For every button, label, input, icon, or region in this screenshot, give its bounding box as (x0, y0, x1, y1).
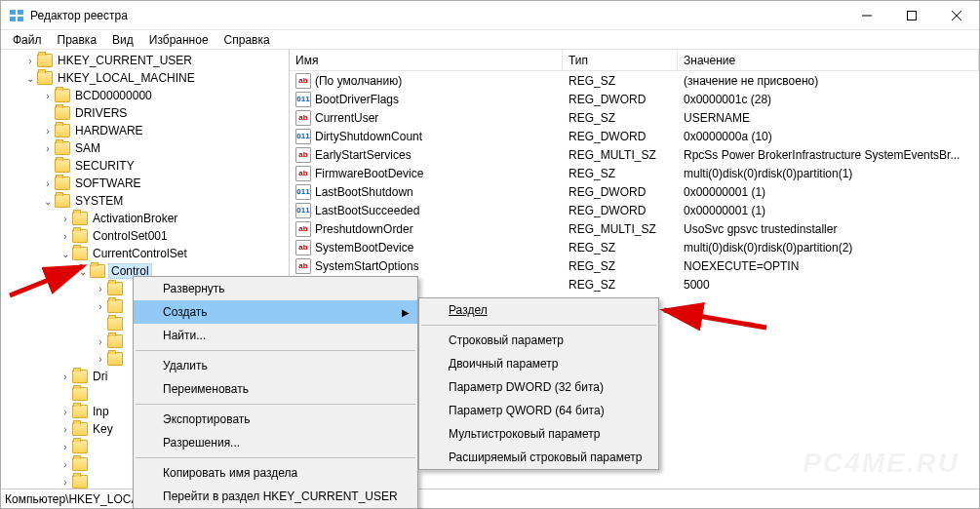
menu-item[interactable]: Раздел (419, 298, 658, 322)
value-row[interactable]: 011BootDriverFlagsREG_DWORD0x0000001c (2… (290, 90, 979, 108)
tree-item[interactable]: ›ActivationBroker (1, 210, 289, 227)
close-button[interactable] (934, 1, 979, 29)
expand-icon[interactable]: › (24, 56, 36, 66)
expand-icon[interactable]: › (59, 407, 71, 417)
menubar: Файл Правка Вид Избранное Справка (1, 30, 979, 50)
expand-icon[interactable]: ⌄ (59, 249, 71, 259)
value-type: REG_SZ (563, 241, 678, 254)
menu-item[interactable]: Экспортировать (134, 408, 417, 431)
expand-icon[interactable]: ⌄ (24, 73, 36, 84)
expand-icon[interactable]: ⌄ (77, 266, 89, 277)
tree-item[interactable]: ›HKEY_CURRENT_USER (1, 52, 289, 69)
value-row[interactable]: abEarlyStartServicesREG_MULTI_SZRpcSs Po… (290, 145, 979, 164)
svg-rect-1 (18, 10, 23, 15)
value-type: REG_SZ (563, 259, 678, 273)
col-type[interactable]: Тип (563, 50, 678, 70)
expand-icon[interactable]: › (59, 424, 71, 435)
expand-icon[interactable]: › (59, 214, 71, 224)
tree-item[interactable]: ⌄SYSTEM (1, 192, 289, 210)
tree-item[interactable]: SECURITY (1, 157, 289, 175)
expand-icon[interactable]: › (95, 336, 106, 347)
string-value-icon: ab (295, 73, 311, 89)
menu-item-label: Параметр DWORD (32 бита) (449, 380, 604, 394)
svg-rect-0 (10, 10, 16, 15)
titlebar: Редактор реестра (1, 1, 979, 30)
expand-icon[interactable]: › (42, 91, 54, 101)
expand-icon[interactable]: › (59, 372, 71, 382)
minimize-button[interactable] (844, 1, 889, 29)
expand-icon[interactable]: › (42, 126, 54, 137)
menu-favorites[interactable]: Избранное (141, 31, 216, 49)
tree-item-label: HKEY_LOCAL_MACHINE (56, 71, 197, 85)
tree-item[interactable]: ⌄CurrentControlSet (1, 245, 289, 262)
tree-item[interactable]: ⌄HKEY_LOCAL_MACHINE (1, 69, 289, 87)
folder-icon (37, 71, 53, 85)
menu-edit[interactable]: Правка (50, 31, 105, 49)
tree-item[interactable]: ›SOFTWARE (1, 175, 289, 192)
menu-item[interactable]: Создать▶ (134, 300, 417, 324)
menu-item-label: Переименовать (163, 382, 249, 396)
value-row[interactable]: 011LastBootShutdownREG_DWORD0x00000001 (… (290, 182, 979, 201)
value-row[interactable]: abCurrentUserREG_SZUSERNAME (290, 108, 979, 127)
value-type: REG_SZ (563, 111, 678, 125)
window-buttons (844, 1, 979, 29)
menu-view[interactable]: Вид (104, 31, 141, 49)
expand-icon[interactable]: › (42, 143, 54, 154)
menu-item[interactable]: Найти... (134, 324, 417, 347)
tree-item[interactable]: DRIVERS (1, 104, 289, 122)
folder-icon (90, 264, 105, 278)
tree-item[interactable]: ›BCD00000000 (1, 87, 289, 104)
expand-icon[interactable]: ⌄ (42, 196, 54, 207)
value-data: 0x00000001 (1) (678, 204, 979, 217)
menu-item-label: Экспортировать (163, 412, 251, 426)
svg-rect-2 (10, 17, 16, 21)
menu-file[interactable]: Файл (5, 31, 50, 49)
regedit-window: Редактор реестра Файл Правка Вид Избранн… (0, 0, 980, 509)
menu-item[interactable]: Параметр QWORD (64 бита) (419, 399, 658, 422)
menu-item-label: Раздел (449, 303, 488, 317)
menu-item[interactable]: Строковый параметр (419, 329, 658, 352)
menu-item-label: Параметр QWORD (64 бита) (449, 404, 605, 417)
menu-item[interactable]: Разрешения... (134, 431, 417, 454)
value-type: REG_MULTI_SZ (563, 222, 678, 236)
value-row[interactable]: ab(По умолчанию)REG_SZ(значение не присв… (290, 71, 979, 90)
expand-icon[interactable]: › (59, 477, 71, 488)
menu-item[interactable]: Мультистроковый параметр (419, 422, 658, 446)
menu-item[interactable]: Параметр DWORD (32 бита) (419, 375, 658, 399)
value-row[interactable]: 011DirtyShutdownCountREG_DWORD0x0000000a… (290, 127, 979, 145)
menu-item[interactable]: Расширяемый строковый параметр (419, 446, 658, 469)
menu-item[interactable]: Копировать имя раздела (134, 461, 417, 485)
menu-help[interactable]: Справка (216, 31, 278, 49)
expand-icon[interactable]: › (95, 284, 106, 294)
expand-icon[interactable]: › (95, 301, 106, 312)
expand-icon[interactable]: › (59, 442, 71, 452)
value-row[interactable]: abFirmwareBootDeviceREG_SZmulti(0)disk(0… (290, 164, 979, 182)
maximize-button[interactable] (889, 1, 934, 29)
value-data: 0x0000001c (28) (678, 93, 979, 106)
tree-item[interactable]: ›SAM (1, 139, 289, 157)
menu-item-label: Развернуть (163, 282, 225, 295)
string-value-icon: ab (295, 258, 311, 274)
value-row[interactable]: 011LastBootSucceededREG_DWORD0x00000001 … (290, 201, 979, 219)
menu-item[interactable]: Переименовать (134, 377, 417, 401)
menu-item-label: Создать (163, 305, 208, 319)
col-name[interactable]: Имя (290, 50, 563, 70)
expand-icon[interactable]: › (95, 354, 106, 365)
menu-item[interactable]: Удалить (134, 354, 417, 377)
folder-icon (107, 317, 123, 331)
folder-icon (72, 387, 88, 401)
expand-icon[interactable]: › (59, 459, 71, 470)
menu-item[interactable]: Развернуть (134, 277, 417, 300)
expand-icon[interactable]: › (59, 231, 71, 242)
tree-item-label: HARDWARE (73, 124, 145, 137)
tree-item[interactable]: ›HARDWARE (1, 122, 289, 139)
menu-item[interactable]: Перейти в раздел HKEY_CURRENT_USER (134, 485, 417, 508)
col-value[interactable]: Значение (678, 50, 979, 70)
string-value-icon: ab (295, 147, 311, 163)
menu-item[interactable]: Двоичный параметр (419, 352, 658, 375)
expand-icon[interactable]: › (42, 178, 54, 189)
value-row[interactable]: abSystemStartOptionsREG_SZ NOEXECUTE=OPT… (290, 256, 979, 275)
value-row[interactable]: abSystemBootDeviceREG_SZmulti(0)disk(0)r… (290, 238, 979, 256)
value-row[interactable]: abPreshutdownOrderREG_MULTI_SZUsoSvc gps… (290, 219, 979, 238)
tree-item[interactable]: ›ControlSet001 (1, 227, 289, 245)
